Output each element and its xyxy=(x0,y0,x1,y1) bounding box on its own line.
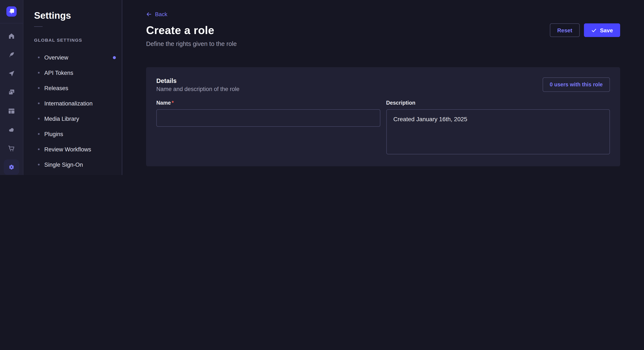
main-content: Back Create a role Reset Save Define the… xyxy=(122,0,644,175)
page-title: Create a role xyxy=(146,24,214,37)
details-subtitle: Name and description of the role xyxy=(156,86,239,92)
details-card-header: Details Name and description of the role… xyxy=(156,77,610,92)
sidebar-item-single-sign-on[interactable]: Single Sign-On xyxy=(24,157,122,172)
bullet-icon xyxy=(38,133,40,135)
media-library-images-icon[interactable] xyxy=(2,83,21,102)
bullet-icon xyxy=(38,164,40,166)
workspace-switcher[interactable] xyxy=(0,0,23,23)
logo-fold xyxy=(8,11,10,12)
description-textarea[interactable]: Created January 16th, 2025 xyxy=(386,109,610,154)
name-input[interactable] xyxy=(156,109,380,127)
header-actions: Reset Save xyxy=(550,23,620,37)
logo-fold2 xyxy=(10,13,12,14)
bullet-icon xyxy=(38,87,40,89)
cloud-icon[interactable] xyxy=(2,120,21,139)
content-manager-feather-icon[interactable] xyxy=(2,45,21,64)
back-arrow-icon xyxy=(146,11,152,17)
sidebar-item-transfer-tokens[interactable]: Transfer Tokens xyxy=(24,172,122,175)
reset-button[interactable]: Reset xyxy=(550,23,580,37)
notification-dot xyxy=(113,56,116,59)
details-title: Details xyxy=(156,77,239,84)
bullet-icon xyxy=(38,149,40,150)
name-field-group: Name* xyxy=(156,100,380,156)
sidebar-item-plugins[interactable]: Plugins xyxy=(24,126,122,142)
main-nav-rail: KD xyxy=(0,0,24,175)
details-fields: Name* Description Created January 16th, … xyxy=(156,100,610,156)
subnav-section-global: GLOBAL SETTINGS Overview API Tokens Rele… xyxy=(24,37,122,175)
marketplace-cart-icon[interactable] xyxy=(2,139,21,158)
sidebar-item-internationalization[interactable]: Internationalization xyxy=(24,96,122,111)
save-button[interactable]: Save xyxy=(584,23,620,37)
back-link[interactable]: Back xyxy=(146,11,168,17)
bullet-icon xyxy=(38,57,40,58)
users-with-role-button[interactable]: 0 users with this role xyxy=(542,77,610,92)
settings-subnav: Settings GLOBAL SETTINGS Overview API To… xyxy=(24,0,122,175)
page-subtitle: Define the rights given to the role xyxy=(146,40,620,48)
required-asterisk: * xyxy=(172,100,174,106)
bullet-icon xyxy=(38,103,40,104)
description-label: Description xyxy=(386,100,610,106)
sidebar-item-media-library[interactable]: Media Library xyxy=(24,111,122,126)
subnav-divider xyxy=(34,26,42,27)
rail-icon-nav xyxy=(2,23,21,175)
sidebar-item-overview[interactable]: Overview xyxy=(24,50,122,65)
name-label: Name* xyxy=(156,100,380,106)
content-type-builder-layout-icon[interactable] xyxy=(2,102,21,120)
sidebar-item-review-workflows[interactable]: Review Workflows xyxy=(24,142,122,157)
details-card: Details Name and description of the role… xyxy=(146,67,620,166)
bullet-icon xyxy=(38,118,40,120)
section-label: GLOBAL SETTINGS xyxy=(34,37,122,43)
subnav-title: Settings xyxy=(34,10,122,21)
description-field-group: Description Created January 16th, 2025 xyxy=(386,100,610,156)
bullet-icon xyxy=(38,72,40,74)
check-icon xyxy=(591,27,596,33)
sidebar-item-releases[interactable]: Releases xyxy=(24,80,122,96)
logo-square xyxy=(10,9,14,13)
sidebar-item-api-tokens[interactable]: API Tokens xyxy=(24,65,122,80)
settings-gear-icon[interactable] xyxy=(2,158,21,175)
strapi-logo-icon xyxy=(6,6,16,16)
page-header: Create a role Reset Save xyxy=(146,23,620,37)
app-root: KD Settings GLOBAL SETTINGS Overview API… xyxy=(0,0,644,175)
release-send-icon[interactable] xyxy=(2,64,21,83)
settings-active-tile xyxy=(4,160,19,175)
home-icon[interactable] xyxy=(2,27,21,45)
